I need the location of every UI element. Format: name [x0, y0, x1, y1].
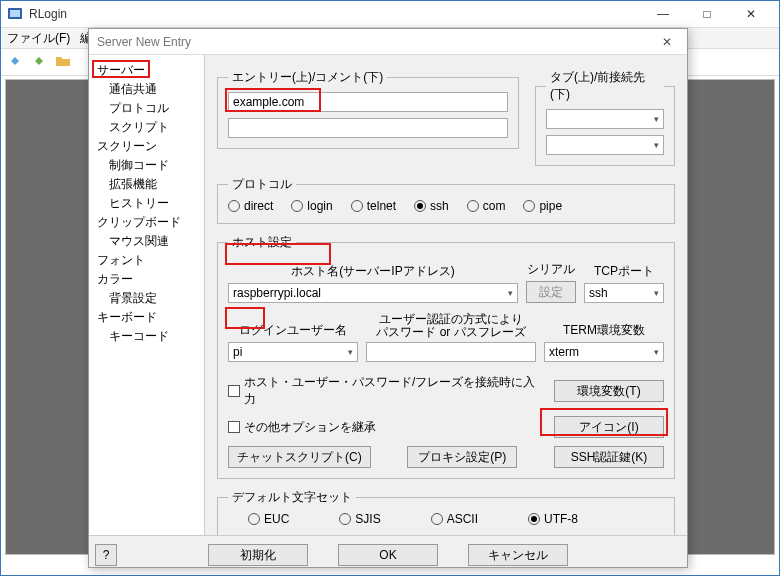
plug-green-icon[interactable]: [31, 53, 49, 71]
entry-legend: エントリー(上)/コメント(下): [228, 69, 387, 86]
radio-pipe[interactable]: pipe: [523, 199, 562, 213]
folder-icon[interactable]: [55, 53, 73, 71]
tree-screen[interactable]: スクリーン: [91, 137, 202, 156]
tab-top-combo[interactable]: ▾: [546, 109, 664, 129]
dialog-close-button[interactable]: ✕: [655, 35, 679, 49]
radio-ssh[interactable]: ssh: [414, 199, 449, 213]
main-title-text: RLogin: [29, 7, 641, 21]
init-button[interactable]: 初期化: [208, 544, 308, 566]
tree-font[interactable]: フォント: [91, 251, 202, 270]
auth-label: ユーザー認証の方式によりパスワード or パスフレーズ: [366, 313, 536, 339]
tcpport-label: TCPポート: [584, 263, 664, 280]
dialog-footer: ? 初期化 OK キャンセル: [89, 535, 687, 574]
settings-tree: サーバー 通信共通 プロトコル スクリプト スクリーン 制御コード 拡張機能 ヒ…: [89, 55, 205, 535]
entry-fieldset: エントリー(上)/コメント(下): [217, 69, 519, 149]
tree-color[interactable]: カラー: [91, 270, 202, 289]
radio-euc[interactable]: EUC: [248, 512, 289, 526]
tree-keyboard[interactable]: キーボード: [91, 308, 202, 327]
serial-label: シリアル: [526, 261, 576, 278]
svg-rect-1: [10, 10, 20, 17]
hostname-combo[interactable]: raspberrypi.local▾: [228, 283, 518, 303]
chat-script-button[interactable]: チャットスクリプト(C): [228, 446, 371, 468]
tree-server-comm[interactable]: 通信共通: [91, 80, 202, 99]
tree-keyboard-code[interactable]: キーコード: [91, 327, 202, 346]
radio-login[interactable]: login: [291, 199, 332, 213]
maximize-button[interactable]: □: [685, 1, 729, 27]
ssh-key-button[interactable]: SSH認証鍵(K): [554, 446, 664, 468]
protocol-legend: プロトコル: [228, 176, 296, 193]
tree-screen-control[interactable]: 制御コード: [91, 156, 202, 175]
cancel-button[interactable]: キャンセル: [468, 544, 568, 566]
entry-comment-input[interactable]: [228, 118, 508, 138]
minimize-button[interactable]: —: [641, 1, 685, 27]
auth-input[interactable]: [366, 342, 536, 362]
chevron-down-icon: ▾: [654, 140, 659, 150]
chevron-down-icon: ▾: [508, 288, 513, 298]
radio-com[interactable]: com: [467, 199, 506, 213]
tab-prev-combo[interactable]: ▾: [546, 135, 664, 155]
window-controls: — □ ✕: [641, 1, 773, 27]
main-titlebar[interactable]: RLogin — □ ✕: [1, 1, 779, 28]
charset-legend: デフォルト文字セット: [228, 489, 356, 506]
hostname-label: ホスト名(サーバーIPアドレス): [228, 263, 518, 280]
tab-fieldset: タブ(上)/前接続先(下) ▾ ▾: [535, 69, 675, 166]
ok-button[interactable]: OK: [338, 544, 438, 566]
radio-utf8[interactable]: UTF-8: [528, 512, 578, 526]
proxy-button[interactable]: プロキシ設定(P): [407, 446, 517, 468]
tree-screen-history[interactable]: ヒストリー: [91, 194, 202, 213]
chk-connect-input[interactable]: ホスト・ユーザー・パスワード/フレーズを接続時に入力: [228, 374, 546, 408]
tree-server[interactable]: サーバー: [91, 61, 202, 80]
login-label: ログインユーザー名: [228, 322, 358, 339]
radio-ascii[interactable]: ASCII: [431, 512, 478, 526]
tab-legend: タブ(上)/前接続先(下): [546, 69, 664, 103]
chevron-down-icon: ▾: [654, 114, 659, 124]
protocol-fieldset: プロトコル direct login telnet ssh com pipe: [217, 176, 675, 224]
chk-inherit[interactable]: その他オプションを継承: [228, 419, 376, 436]
dialog-title: Server New Entry: [97, 35, 655, 49]
tree-clipboard-mouse[interactable]: マウス関連: [91, 232, 202, 251]
term-combo[interactable]: xterm▾: [544, 342, 664, 362]
tree-clipboard[interactable]: クリップボード: [91, 213, 202, 232]
settings-panel: エントリー(上)/コメント(下) タブ(上)/前接続先(下) ▾ ▾ プロトコル…: [205, 55, 687, 535]
help-button[interactable]: ?: [95, 544, 117, 566]
icon-button[interactable]: アイコン(I): [554, 416, 664, 438]
tree-server-protocol[interactable]: プロトコル: [91, 99, 202, 118]
tree-server-script[interactable]: スクリプト: [91, 118, 202, 137]
close-button[interactable]: ✕: [729, 1, 773, 27]
serial-button: 設定: [526, 281, 576, 303]
tcpport-combo[interactable]: ssh▾: [584, 283, 664, 303]
host-fieldset: ホスト設定 ホスト名(サーバーIPアドレス) raspberrypi.local…: [217, 234, 675, 479]
entry-name-input[interactable]: [228, 92, 508, 112]
radio-telnet[interactable]: telnet: [351, 199, 396, 213]
host-legend: ホスト設定: [228, 234, 296, 251]
env-button[interactable]: 環境変数(T): [554, 380, 664, 402]
tree-color-bg[interactable]: 背景設定: [91, 289, 202, 308]
app-icon: [7, 6, 23, 22]
dialog-titlebar[interactable]: Server New Entry ✕: [89, 29, 687, 55]
server-entry-dialog: Server New Entry ✕ サーバー 通信共通 プロトコル スクリプト…: [88, 28, 688, 568]
login-combo[interactable]: pi▾: [228, 342, 358, 362]
term-label: TERM環境変数: [544, 322, 664, 339]
radio-sjis[interactable]: SJIS: [339, 512, 380, 526]
radio-direct[interactable]: direct: [228, 199, 273, 213]
plug-blue-icon[interactable]: [7, 53, 25, 71]
tree-screen-ext[interactable]: 拡張機能: [91, 175, 202, 194]
chevron-down-icon: ▾: [654, 288, 659, 298]
charset-fieldset: デフォルト文字セット EUC SJIS ASCII UTF-8: [217, 489, 675, 535]
chevron-down-icon: ▾: [654, 347, 659, 357]
menu-file[interactable]: ファイル(F): [7, 30, 70, 46]
chevron-down-icon: ▾: [348, 347, 353, 357]
